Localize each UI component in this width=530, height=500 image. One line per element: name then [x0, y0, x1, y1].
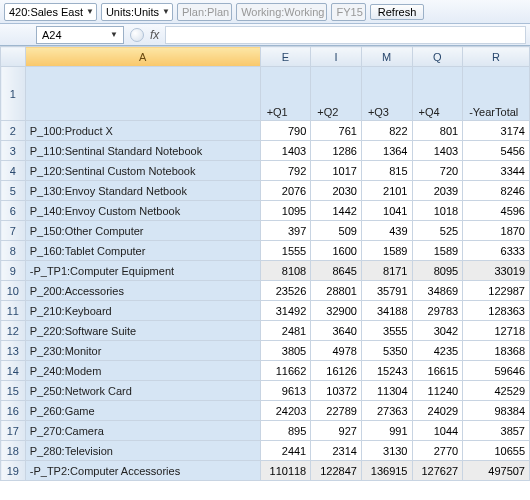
row-header[interactable]: 9	[1, 261, 26, 281]
cell-label[interactable]: -P_TP1:Computer Equipment	[25, 261, 260, 281]
cell-value[interactable]: 4596	[463, 201, 530, 221]
cell-value[interactable]: 10372	[311, 381, 362, 401]
cell-value[interactable]: 2076	[260, 181, 311, 201]
col-header-i[interactable]: I	[311, 47, 362, 67]
cell-value[interactable]: 439	[361, 221, 412, 241]
cell-label[interactable]: P_160:Tablet Computer	[25, 241, 260, 261]
cell[interactable]: +Q2	[311, 67, 362, 121]
cell-value[interactable]: 2101	[361, 181, 412, 201]
cell-value[interactable]: 1286	[311, 141, 362, 161]
dim-dropdown-2[interactable]: Plan:Plan	[177, 3, 232, 21]
cell-value[interactable]: 8246	[463, 181, 530, 201]
cell-value[interactable]: 128363	[463, 301, 530, 321]
cell-value[interactable]: 1018	[412, 201, 463, 221]
fx-expand-icon[interactable]	[130, 28, 144, 42]
cell-value[interactable]: 136915	[361, 461, 412, 481]
cell-value[interactable]: 8095	[412, 261, 463, 281]
row-header[interactable]: 19	[1, 461, 26, 481]
cell-value[interactable]: 4978	[311, 341, 362, 361]
cell-value[interactable]: 1041	[361, 201, 412, 221]
cell-value[interactable]: 16126	[311, 361, 362, 381]
cell-value[interactable]: 12718	[463, 321, 530, 341]
cell-label[interactable]: P_100:Product X	[25, 121, 260, 141]
row-header[interactable]: 11	[1, 301, 26, 321]
row-header[interactable]: 8	[1, 241, 26, 261]
cell-label[interactable]: P_220:Software Suite	[25, 321, 260, 341]
cell-value[interactable]: 509	[311, 221, 362, 241]
cell-value[interactable]: 3640	[311, 321, 362, 341]
cell-value[interactable]: 32900	[311, 301, 362, 321]
cell-value[interactable]: 761	[311, 121, 362, 141]
cell-value[interactable]: 801	[412, 121, 463, 141]
cell-value[interactable]: 497507	[463, 461, 530, 481]
cell-value[interactable]: 1870	[463, 221, 530, 241]
col-header-m[interactable]: M	[361, 47, 412, 67]
cell-value[interactable]: 4235	[412, 341, 463, 361]
spreadsheet-grid[interactable]: A E I M Q R 1 +Q1 +Q2 +Q3 +Q4 -YearTotal…	[0, 46, 530, 481]
row-header[interactable]: 17	[1, 421, 26, 441]
col-header-a[interactable]: A	[25, 47, 260, 67]
dim-dropdown-3[interactable]: Working:Working	[236, 3, 327, 21]
cell-value[interactable]: 991	[361, 421, 412, 441]
cell-value[interactable]: 1555	[260, 241, 311, 261]
cell-value[interactable]: 2314	[311, 441, 362, 461]
cell-value[interactable]: 2770	[412, 441, 463, 461]
cell-value[interactable]: 720	[412, 161, 463, 181]
cell-value[interactable]: 59646	[463, 361, 530, 381]
refresh-button[interactable]: Refresh	[370, 4, 425, 20]
cell-value[interactable]: 98384	[463, 401, 530, 421]
cell-value[interactable]: 110118	[260, 461, 311, 481]
formula-input[interactable]	[165, 26, 526, 44]
cell-value[interactable]: 22789	[311, 401, 362, 421]
cell-value[interactable]: 2441	[260, 441, 311, 461]
row-header[interactable]: 3	[1, 141, 26, 161]
row-header[interactable]: 1	[1, 67, 26, 121]
cell-value[interactable]: 6333	[463, 241, 530, 261]
cell-label[interactable]: P_150:Other Computer	[25, 221, 260, 241]
cell-value[interactable]: 927	[311, 421, 362, 441]
cell-value[interactable]: 3130	[361, 441, 412, 461]
cell-value[interactable]: 3857	[463, 421, 530, 441]
row-header[interactable]: 6	[1, 201, 26, 221]
cell-value[interactable]: 3555	[361, 321, 412, 341]
cell-value[interactable]: 822	[361, 121, 412, 141]
dim-dropdown-4[interactable]: FY15	[331, 3, 365, 21]
cell-value[interactable]: 397	[260, 221, 311, 241]
cell-value[interactable]: 24029	[412, 401, 463, 421]
cell-value[interactable]: 5456	[463, 141, 530, 161]
col-header-r[interactable]: R	[463, 47, 530, 67]
cell[interactable]: -YearTotal	[463, 67, 530, 121]
cell-value[interactable]: 790	[260, 121, 311, 141]
cell-value[interactable]: 42529	[463, 381, 530, 401]
cell-value[interactable]: 8171	[361, 261, 412, 281]
cell-value[interactable]: 1403	[412, 141, 463, 161]
cell-value[interactable]: 815	[361, 161, 412, 181]
cell-value[interactable]: 28801	[311, 281, 362, 301]
col-header-e[interactable]: E	[260, 47, 311, 67]
cell-value[interactable]: 1589	[412, 241, 463, 261]
cell-value[interactable]: 3805	[260, 341, 311, 361]
cell[interactable]	[25, 67, 260, 121]
cell-value[interactable]: 18368	[463, 341, 530, 361]
cell-label[interactable]: P_250:Network Card	[25, 381, 260, 401]
cell-value[interactable]: 5350	[361, 341, 412, 361]
cell-label[interactable]: P_270:Camera	[25, 421, 260, 441]
cell-value[interactable]: 23526	[260, 281, 311, 301]
cell-label[interactable]: P_120:Sentinal Custom Notebook	[25, 161, 260, 181]
row-header[interactable]: 2	[1, 121, 26, 141]
cell-value[interactable]: 1589	[361, 241, 412, 261]
cell-value[interactable]: 33019	[463, 261, 530, 281]
cell-value[interactable]: 2030	[311, 181, 362, 201]
cell-value[interactable]: 127627	[412, 461, 463, 481]
cell-value[interactable]: 122987	[463, 281, 530, 301]
row-header[interactable]: 14	[1, 361, 26, 381]
cell-value[interactable]: 24203	[260, 401, 311, 421]
cell-value[interactable]: 1442	[311, 201, 362, 221]
cell[interactable]: +Q1	[260, 67, 311, 121]
cell-value[interactable]: 3174	[463, 121, 530, 141]
cell-label[interactable]: P_210:Keyboard	[25, 301, 260, 321]
row-header[interactable]: 16	[1, 401, 26, 421]
cell-value[interactable]: 31492	[260, 301, 311, 321]
cell-value[interactable]: 15243	[361, 361, 412, 381]
cell-label[interactable]: -P_TP2:Computer Accessories	[25, 461, 260, 481]
